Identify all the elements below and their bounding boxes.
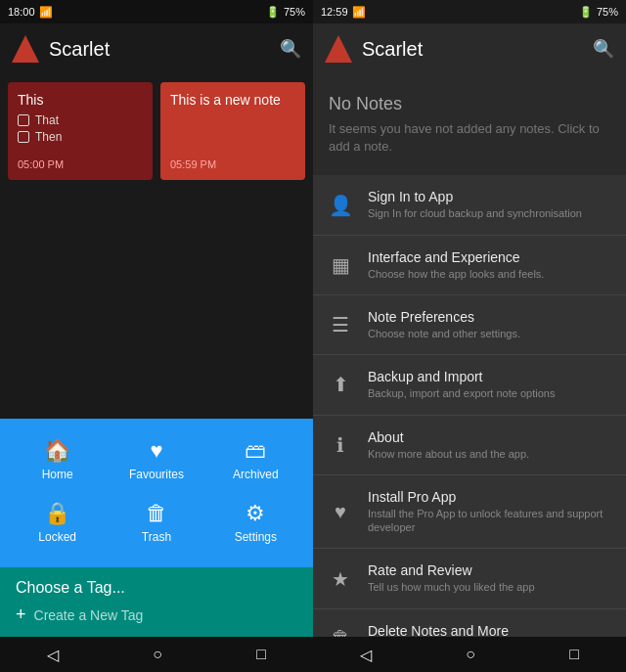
app-logo-icon [12, 35, 39, 63]
right-status-time: 12:59 📶 [321, 6, 366, 19]
nav-home[interactable]: 🏠 Home [19, 430, 97, 489]
nav-favourites[interactable]: ♥ Favourites [117, 430, 196, 489]
settings-delete[interactable]: 🗑 Delete Notes and More Delete notes, ta… [313, 609, 626, 637]
settings-note-prefs[interactable]: ☰ Note Preferences Choose note and other… [313, 295, 626, 355]
settings-note-prefs-desc: Choose note and other settings. [368, 327, 610, 340]
note-card-2[interactable]: This is a new note 05:59 PM [160, 82, 305, 180]
home-icon: 🏠 [44, 438, 70, 464]
right-recents-button[interactable]: □ [569, 646, 579, 663]
nav-archived[interactable]: 🗃 Archived [216, 430, 294, 489]
backup-icon: ⬆ [329, 373, 352, 396]
settings-rate-text: Rate and Review Tell us how much you lik… [368, 562, 610, 594]
no-notes-title: No Notes [329, 94, 610, 114]
delete-icon: 🗑 [329, 627, 352, 637]
about-icon: ℹ [329, 433, 352, 457]
note-time-2: 05:59 PM [170, 151, 295, 170]
right-home-button[interactable]: ○ [466, 646, 475, 663]
nav-drawer: 🏠 Home ♥ Favourites 🗃 Archived 🔒 Locked … [0, 419, 313, 567]
right-panel: 12:59 📶 🔋 75% Scarlet 🔍 No Notes It seem… [313, 0, 626, 672]
settings-backup-title: Backup and Import [368, 369, 610, 384]
notes-grid: This That Then 05:00 PM This is a new no… [0, 74, 313, 419]
checkbox-that [18, 114, 29, 126]
note-title-1: This [18, 92, 143, 108]
no-notes-body: It seems you have not added any notes. C… [329, 120, 610, 156]
settings-pro-app[interactable]: ♥ Install Pro App Install the Pro App to… [313, 475, 626, 550]
right-app-header: Scarlet 🔍 [313, 23, 626, 74]
left-status-bar: 18:00 📶 🔋 75% [0, 0, 313, 23]
settings-sign-in-text: Sign In to App Sign In for cloud backup … [368, 189, 610, 220]
app-logo-icon-right [325, 35, 352, 63]
settings-rate[interactable]: ★ Rate and Review Tell us how much you l… [313, 549, 626, 608]
app-title-right: Scarlet [362, 38, 583, 61]
settings-about[interactable]: ℹ About Know more about us and the app. [313, 416, 626, 475]
check-item-then: Then [18, 130, 143, 144]
search-icon[interactable]: 🔍 [280, 38, 301, 60]
settings-icon: ⚙ [246, 501, 265, 526]
settings-backup-text: Backup and Import Backup, import and exp… [368, 369, 610, 400]
settings-label: Settings [235, 530, 277, 544]
settings-interface-title: Interface and Experience [368, 249, 610, 265]
right-back-button[interactable]: ◁ [360, 646, 372, 664]
right-status-right: 🔋 75% [579, 6, 618, 19]
settings-sign-in-title: Sign In to App [368, 189, 610, 204]
trash-label: Trash [142, 530, 171, 544]
back-button[interactable]: ◁ [47, 646, 59, 664]
settings-interface-desc: Choose how the app looks and feels. [368, 267, 610, 281]
settings-note-prefs-title: Note Preferences [368, 309, 610, 325]
nav-row-2: 🔒 Locked 🗑 Trash ⚙ Settings [8, 493, 305, 552]
archived-label: Archived [233, 468, 279, 481]
settings-delete-title: Delete Notes and More [368, 623, 610, 637]
favourites-label: Favourites [129, 468, 184, 481]
settings-backup[interactable]: ⬆ Backup and Import Backup, import and e… [313, 355, 626, 415]
settings-sign-in-desc: Sign In for cloud backup and synchronisa… [368, 206, 610, 220]
archived-icon: 🗃 [245, 438, 266, 464]
note-card-1[interactable]: This That Then 05:00 PM [8, 82, 153, 180]
trash-icon: 🗑 [146, 501, 167, 526]
settings-about-text: About Know more about us and the app. [368, 429, 610, 461]
left-status-right: 🔋 75% [266, 6, 305, 19]
app-title-left: Scarlet [49, 38, 270, 61]
pro-heart-icon: ♥ [329, 501, 352, 523]
locked-icon: 🔒 [44, 501, 70, 526]
home-button[interactable]: ○ [153, 646, 162, 663]
settings-rate-title: Rate and Review [368, 562, 610, 578]
settings-rate-desc: Tell us how much you liked the app [368, 580, 610, 594]
settings-list: 👤 Sign In to App Sign In for cloud backu… [313, 175, 626, 637]
settings-sign-in[interactable]: 👤 Sign In to App Sign In for cloud backu… [313, 175, 626, 235]
favourites-icon: ♥ [150, 438, 162, 464]
nav-trash[interactable]: 🗑 Trash [117, 493, 196, 552]
locked-label: Locked [38, 530, 76, 544]
settings-note-prefs-text: Note Preferences Choose note and other s… [368, 309, 610, 340]
note-prefs-icon: ☰ [329, 313, 352, 336]
star-icon: ★ [329, 567, 352, 591]
left-app-header: Scarlet 🔍 [0, 23, 313, 74]
right-status-bar: 12:59 📶 🔋 75% [313, 0, 626, 23]
home-label: Home [42, 468, 73, 481]
settings-backup-desc: Backup, import and export note options [368, 386, 610, 400]
nav-row-1: 🏠 Home ♥ Favourites 🗃 Archived [8, 430, 305, 489]
settings-interface[interactable]: ▦ Interface and Experience Choose how th… [313, 236, 626, 295]
left-status-time: 18:00 📶 [8, 6, 53, 19]
nav-settings[interactable]: ⚙ Settings [216, 493, 294, 552]
note-title-2: This is a new note [170, 92, 295, 108]
plus-icon: + [16, 605, 26, 625]
interface-icon: ▦ [329, 253, 352, 277]
no-notes-section: No Notes It seems you have not added any… [313, 74, 626, 175]
nav-locked[interactable]: 🔒 Locked [19, 493, 97, 552]
settings-delete-text: Delete Notes and More Delete notes, tags… [368, 623, 610, 637]
create-tag-label: Create a New Tag [34, 607, 144, 623]
recents-button[interactable]: □ [256, 646, 266, 663]
checkbox-then [18, 131, 29, 143]
note-checklist-1: That Then [18, 113, 143, 144]
search-icon-right[interactable]: 🔍 [593, 38, 614, 60]
note-time-1: 05:00 PM [18, 151, 143, 170]
right-system-nav: ◁ ○ □ [313, 637, 626, 672]
settings-pro-app-title: Install Pro App [368, 489, 610, 505]
create-tag-button[interactable]: + Create a New Tag [16, 605, 297, 625]
tag-section: Choose a Tag... + Create a New Tag [0, 567, 313, 637]
settings-interface-text: Interface and Experience Choose how the … [368, 249, 610, 281]
account-icon: 👤 [329, 194, 352, 217]
settings-about-desc: Know more about us and the app. [368, 447, 610, 461]
tag-title: Choose a Tag... [16, 579, 297, 597]
settings-pro-app-text: Install Pro App Install the Pro App to u… [368, 489, 610, 535]
